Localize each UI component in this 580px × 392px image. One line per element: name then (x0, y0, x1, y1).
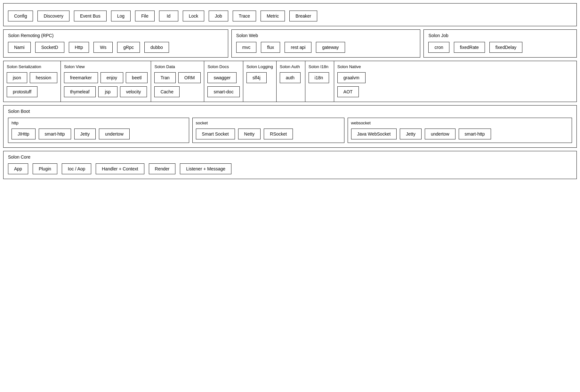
item-jetty-ws: Jetty (400, 129, 422, 139)
item-render: Render (149, 163, 176, 174)
solon-cloud-items: ConfigDiscoveryEvent BusLogFileIdLockJob… (8, 11, 572, 21)
solon-web-items: mvcfluxrest apigateway (236, 42, 416, 53)
item-smart-doc: smart-doc (207, 86, 239, 97)
item-velocity: velocity (120, 86, 147, 97)
item-app: App (8, 163, 28, 174)
item-rsocket: RSocket (264, 129, 293, 139)
solon-remoting-title: Solon Remoting (RPC) (8, 33, 223, 38)
item-java-websocket: Java WebSocket (351, 129, 397, 139)
item-cloud-id: Id (159, 11, 178, 21)
item-cloud-config: Config (8, 11, 33, 21)
solon-logging-section: Solon Logging slf4j (243, 61, 277, 102)
solon-web-title: Solon Web (236, 33, 416, 38)
solon-auth-title: Solon Auth (280, 64, 302, 69)
solon-data-title: Solon Data (154, 64, 201, 69)
boot-socket-sub: socket Smart Socket Netty RSocket (192, 118, 344, 143)
boot-socket-title: socket (196, 121, 341, 125)
item-remoting-dubbo: dubbo (144, 42, 169, 53)
row3-serial-row2: protostuff (7, 86, 57, 97)
item-enjoy: enjoy (101, 72, 123, 83)
solon-native-title: Solon Native (337, 64, 366, 69)
solon-serialization-title: Solon Serialization (7, 64, 57, 69)
item-listener-message: Listener + Message (180, 163, 231, 174)
row3-auth-row1: auth (280, 72, 302, 83)
item-cloud-breaker: Breaker (289, 11, 317, 21)
item-jsp: jsp (98, 86, 117, 97)
solon-remoting-items: NamiSocketDHttpWsgRpcdubbo (8, 42, 223, 53)
item-cloud-lock: Lock (183, 11, 205, 21)
solon-i18n-section: Solon I18n i18n (305, 61, 334, 102)
item-freemarker: freemarker (64, 72, 98, 83)
item-smart-socket: Smart Socket (196, 129, 235, 139)
item-handler-context: Handler + Context (96, 163, 144, 174)
solon-job-title: Solon Job (428, 33, 572, 38)
row2-container: Solon Remoting (RPC) NamiSocketDHttpWsgR… (3, 29, 577, 58)
solon-core-title: Solon Core (8, 154, 572, 160)
solon-native-section: Solon Native graalvm AOT (334, 61, 369, 102)
boot-socket-items: Smart Socket Netty RSocket (196, 129, 341, 139)
item-cache: Cache (154, 86, 179, 97)
solon-serialization-section: Solon Serialization json hession protost… (4, 61, 61, 102)
item-job-fixedrate: fixedRate (454, 42, 485, 53)
solon-boot-title: Solon Boot (8, 109, 572, 114)
solon-logging-title: Solon Logging (246, 64, 273, 69)
solon-boot-subsections: http JIHttp smart-http Jetty undertow so… (8, 118, 572, 143)
boot-http-title: http (12, 121, 186, 125)
item-remoting-http: Http (69, 42, 89, 53)
solon-core-items: App Plugin Ioc / Aop Handler + Context R… (8, 163, 572, 174)
item-remoting-ws: Ws (93, 42, 113, 53)
item-job-fixeddelay: fixedDelay (489, 42, 522, 53)
row3-view-row2: thymeleaf jsp velocity (64, 86, 148, 97)
solon-boot-section: Solon Boot http JIHttp smart-http Jetty … (3, 105, 577, 148)
item-jihttp: JIHttp (12, 129, 36, 139)
item-smart-http-ws: smart-http (459, 129, 491, 139)
item-netty: Netty (238, 129, 261, 139)
item-cloud-event-bus: Event Bus (74, 11, 107, 21)
solon-remoting-section: Solon Remoting (RPC) NamiSocketDHttpWsgR… (3, 29, 228, 58)
row3-i18n-row1: i18n (309, 72, 331, 83)
item-plugin: Plugin (33, 163, 57, 174)
row3-logging-row1: slf4j (246, 72, 273, 83)
row3-docs-row2: smart-doc (207, 86, 239, 97)
item-auth: auth (280, 72, 301, 83)
solon-data-section: Solon Data Tran ORM Cache (151, 61, 204, 102)
item-protostuff: protostuff (7, 86, 37, 97)
item-undertow-ws: undertow (425, 129, 455, 139)
item-undertow-http: undertow (99, 129, 130, 139)
item-web-gateway: gateway (316, 42, 345, 53)
item-cloud-discovery: Discovery (37, 11, 69, 21)
solon-cloud-section: ConfigDiscoveryEvent BusLogFileIdLockJob… (3, 3, 577, 26)
item-i18n: i18n (309, 72, 329, 83)
solon-job-section: Solon Job cronfixedRatefixedDelay (423, 29, 577, 58)
boot-websocket-sub: websocket Java WebSocket Jetty undertow … (348, 118, 572, 143)
row3-data-row1: Tran ORM (154, 72, 201, 83)
item-cloud-trace: Trace (233, 11, 256, 21)
solon-auth-section: Solon Auth auth (277, 61, 305, 102)
item-beetl: beetl (126, 72, 148, 83)
item-orm: ORM (178, 72, 201, 83)
item-job-cron: cron (428, 42, 449, 53)
item-cloud-log: Log (111, 11, 131, 21)
item-swagger: swagger (207, 72, 237, 83)
item-cloud-metric: Metric (261, 11, 285, 21)
row3-view-row1: freemarker enjoy beetl (64, 72, 148, 83)
boot-websocket-items: Java WebSocket Jetty undertow smart-http (351, 129, 568, 139)
item-remoting-nami: Nami (8, 42, 31, 53)
solon-web-section: Solon Web mvcfluxrest apigateway (231, 29, 421, 58)
boot-websocket-title: websocket (351, 121, 568, 125)
row3-native-row2: AOT (337, 86, 366, 97)
solon-view-title: Solon View (64, 64, 148, 69)
item-json: json (7, 72, 27, 83)
row3-docs-row1: swagger (207, 72, 239, 83)
item-web-rest-api: rest api (285, 42, 311, 53)
item-ioc-aop: Ioc / Aop (62, 163, 91, 174)
item-remoting-grpc: gRpc (117, 42, 140, 53)
row3-native-row1: graalvm (337, 72, 366, 83)
solon-i18n-title: Solon I18n (309, 64, 331, 69)
item-graalvm: graalvm (337, 72, 366, 83)
item-remoting-socketd: SocketD (35, 42, 64, 53)
item-cloud-file: File (135, 11, 155, 21)
item-slf4j: slf4j (246, 72, 267, 83)
item-hession: hession (30, 72, 57, 83)
solon-docs-section: Solon Docs swagger smart-doc (204, 61, 243, 102)
